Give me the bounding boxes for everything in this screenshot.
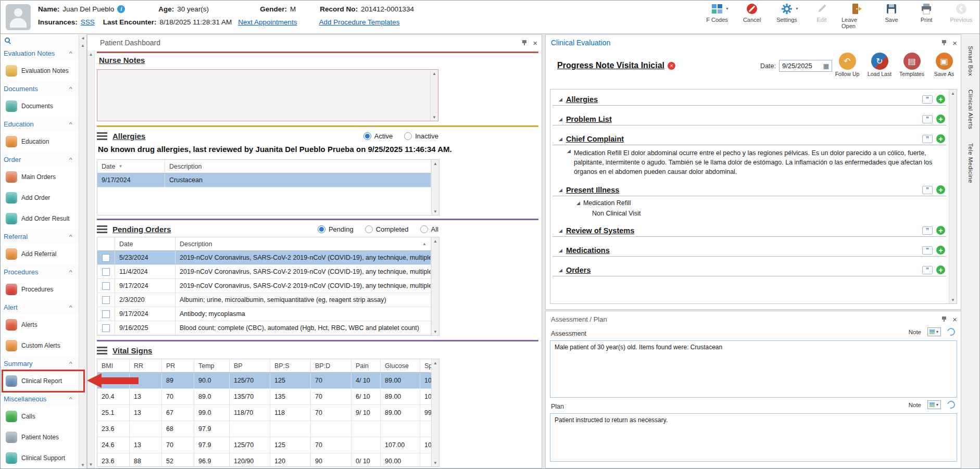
quote-note-icon[interactable]: ”	[922, 186, 933, 194]
row-checkbox[interactable]	[102, 296, 110, 304]
column-header-pain[interactable]: Pain	[351, 359, 381, 372]
table-row[interactable]: 9/17/2024Antibody; mycoplasma	[97, 307, 431, 321]
plan-textarea[interactable]: Patient instructed to return as necessar…	[550, 413, 957, 462]
follow-up-button[interactable]: ↶ Follow Up	[832, 53, 862, 77]
table-row[interactable]: 2/3/2020Albumin; urine, microalbumin, se…	[97, 293, 431, 307]
orders-filter-all[interactable]: All	[420, 225, 438, 233]
sync-icon[interactable]	[946, 399, 956, 410]
menu-icon[interactable]	[97, 225, 107, 233]
scroll-down-icon[interactable]: ▼	[949, 296, 957, 303]
delete-note-icon[interactable]: ×	[668, 62, 675, 70]
column-header-rr[interactable]: RR	[130, 359, 162, 372]
info-icon[interactable]: i	[117, 5, 125, 13]
scroll-down-icon[interactable]: ▼	[432, 459, 439, 466]
sidebar-section-procedures[interactable]: Procedures^	[1, 264, 79, 279]
table-row[interactable]: 20.4137089.0135/70135706/ 1089.00100.00%…	[97, 389, 431, 405]
load-last-button[interactable]: ↻ Load Last	[864, 53, 895, 77]
previous-button[interactable]: Previous	[946, 2, 976, 29]
scroll-up-icon[interactable]: ▲	[432, 160, 439, 167]
row-checkbox[interactable]	[102, 254, 110, 262]
sidebar-section-education[interactable]: Education^	[1, 117, 79, 131]
table-row[interactable]: 5/23/20242019-nCoV Coronavirus, SARS-CoV…	[97, 251, 431, 265]
row-checkbox[interactable]	[102, 282, 110, 290]
note-image-button[interactable]: ▼	[927, 327, 941, 336]
dashboard-scrollbar[interactable]: ▲ ▼	[87, 50, 95, 468]
templates-button[interactable]: ▤ Templates	[897, 53, 927, 77]
row-checkbox[interactable]	[102, 268, 110, 276]
f-codes-button[interactable]: ▼ F Codes	[702, 2, 732, 29]
table-row[interactable]: 11/4/20242019-nCoV Coronavirus, SARS-CoV…	[97, 265, 431, 279]
assessment-textarea[interactable]: Male patient of 30 year(s) old. Items fo…	[550, 340, 957, 398]
calendar-icon[interactable]: ▦	[823, 62, 829, 70]
quote-note-icon[interactable]: ”	[922, 226, 933, 235]
eval-section-header[interactable]: ◢Chief Complaint”+	[552, 133, 946, 145]
sidebar-item-calls[interactable]: Calls	[1, 406, 79, 427]
scroll-up-icon[interactable]: ▲	[432, 237, 439, 245]
add-entry-icon[interactable]: +	[936, 115, 945, 123]
sidebar-item-main-orders[interactable]: Main Orders	[1, 167, 79, 187]
note-image-button[interactable]: ▼	[927, 400, 941, 409]
sidebar-section-evaluation-notes[interactable]: Evaluation Notes^	[1, 46, 79, 60]
sidebar-item-procedures[interactable]: Procedures	[1, 279, 79, 300]
add-entry-icon[interactable]: +	[936, 265, 945, 274]
sidebar-item-documents[interactable]: Documents	[1, 96, 79, 117]
eval-section-header[interactable]: ◢Allergies”+	[552, 94, 946, 106]
column-header-date[interactable]: Date	[115, 237, 175, 250]
row-checkbox[interactable]	[102, 324, 110, 332]
allergies-filter-active[interactable]: Active	[363, 132, 393, 140]
table-row[interactable]: 9/16/2025Blood count; complete (CBC), au…	[97, 321, 431, 335]
sidebar-item-add-order[interactable]: Add Order	[1, 187, 79, 208]
eval-section-header[interactable]: ◢Review of Systems”+	[552, 225, 946, 237]
table-row[interactable]: 23.6885296.9120/90120900/ 1090.00	[97, 453, 431, 467]
vertical-scrollbar[interactable]: ▲ ▼	[949, 90, 957, 303]
search-icon[interactable]	[5, 37, 10, 43]
quote-note-icon[interactable]: ”	[922, 246, 933, 255]
settings-button[interactable]: ▼ Settings	[772, 2, 802, 29]
quote-note-icon[interactable]: ”	[922, 266, 933, 274]
vertical-scrollbar[interactable]: ▲▼	[431, 237, 439, 335]
table-row[interactable]: 25.18990.0125/70125704/ 1089.00100.00%20	[97, 373, 431, 389]
sidebar-item-add-referral[interactable]: Add Referral	[1, 244, 79, 264]
leave-open-button[interactable]: Leave Open	[841, 2, 872, 29]
pin-icon[interactable]	[941, 40, 947, 46]
close-icon[interactable]: ×	[952, 315, 957, 323]
add-procedure-templates-link[interactable]: Add Procedure Templates	[319, 18, 400, 26]
scroll-down-icon[interactable]: ▼	[79, 461, 86, 468]
sidebar-item-alerts[interactable]: Alerts	[1, 314, 79, 335]
orders-filter-pending[interactable]: Pending	[318, 225, 354, 233]
cancel-button[interactable]: Cancel	[737, 2, 767, 29]
sidebar-section-referral[interactable]: Referral^	[1, 229, 79, 244]
scroll-up-icon[interactable]: ▲	[431, 70, 438, 77]
scroll-down-icon[interactable]: ▼	[431, 113, 438, 121]
next-appointments-link[interactable]: Next Appointments	[238, 18, 297, 26]
side-tab-tele-medicine[interactable]: Tele Medicine	[968, 143, 974, 183]
orders-filter-completed[interactable]: Completed	[365, 225, 409, 233]
menu-icon[interactable]	[97, 347, 107, 354]
sidebar-item-clinical-report[interactable]: Clinical Report	[1, 371, 79, 391]
quote-note-icon[interactable]: ”	[922, 135, 933, 143]
menu-icon[interactable]	[97, 132, 107, 140]
side-tab-clinical-alerts[interactable]: Clinical Alerts	[968, 90, 974, 130]
pin-icon[interactable]	[941, 316, 947, 322]
sidebar-item-evaluation-notes[interactable]: Evaluation Notes	[1, 60, 79, 81]
sidebar-item-patient-notes[interactable]: Patient Notes	[1, 427, 79, 448]
vertical-scrollbar[interactable]: ▲▼	[431, 359, 439, 466]
add-entry-icon[interactable]: +	[936, 246, 945, 255]
quote-note-icon[interactable]: ”	[922, 115, 933, 123]
column-header-bmi[interactable]: BMI	[97, 359, 130, 372]
column-header-bp-d[interactable]: BP:D	[311, 359, 351, 372]
quote-note-icon[interactable]: ”	[922, 95, 933, 104]
close-icon[interactable]: ×	[952, 39, 957, 47]
scroll-down-icon[interactable]: ▼	[87, 461, 94, 468]
table-row[interactable]: 23.66897.9	[97, 421, 431, 437]
sidebar-item-education[interactable]: Education	[1, 131, 79, 152]
add-entry-icon[interactable]: +	[936, 134, 945, 143]
filter-dropdown-icon[interactable]: ▼	[118, 164, 122, 169]
add-entry-icon[interactable]: +	[936, 95, 945, 104]
scroll-up-icon[interactable]: ▲	[949, 90, 957, 97]
table-row[interactable]: 24.6137097.9125/7012570107.00100.00%	[97, 437, 431, 453]
nurse-notes-textarea[interactable]: ▲ ▼	[97, 69, 438, 121]
save-as-button[interactable]: ▣ Save As	[929, 53, 959, 77]
sidebar-item-add-order-result[interactable]: Add Order Result	[1, 208, 79, 229]
scroll-up-icon[interactable]: ▲	[87, 50, 94, 58]
